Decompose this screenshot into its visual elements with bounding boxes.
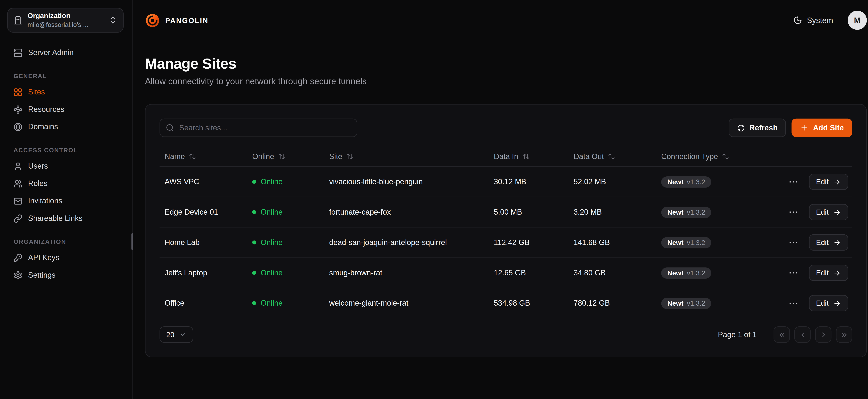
- gear-icon: [13, 271, 23, 280]
- cell-online-status: Online: [247, 299, 324, 307]
- pager-buttons: [774, 327, 852, 343]
- sidebar-item-domains[interactable]: Domains: [4, 118, 128, 135]
- row-menu-button[interactable]: ⋯: [786, 267, 800, 279]
- cell-tunnel-name: vivacious-little-blue-penguin: [324, 178, 489, 186]
- row-menu-button[interactable]: ⋯: [786, 206, 800, 218]
- sidebar-item-sites[interactable]: Sites: [4, 83, 128, 100]
- pagination: 20 Page 1 of 1: [159, 327, 852, 343]
- sidebar-item-server-admin[interactable]: Server Admin: [4, 44, 128, 61]
- search-icon: [166, 124, 174, 132]
- sidebar-item-users[interactable]: Users: [4, 157, 128, 175]
- link-icon: [13, 214, 23, 223]
- cell-site-name: Office: [159, 299, 247, 307]
- org-switcher[interactable]: Organization milo@fossorial.io's ...: [7, 8, 124, 32]
- add-site-button[interactable]: Add Site: [792, 119, 852, 137]
- pangolin-logo-icon: [145, 13, 160, 28]
- nav-section-heading-general: GENERAL: [4, 72, 128, 79]
- column-header-data-out[interactable]: Data Out: [568, 152, 656, 160]
- org-switcher-title: Organization: [28, 12, 103, 21]
- column-header-online[interactable]: Online: [247, 152, 324, 160]
- column-header-name[interactable]: Name: [159, 152, 247, 160]
- connection-type-name: Newt: [667, 178, 683, 185]
- refresh-label: Refresh: [749, 124, 778, 132]
- edit-button[interactable]: Edit: [809, 265, 848, 281]
- connection-type-version: v1.3.2: [687, 209, 705, 215]
- online-status-label: Online: [261, 178, 283, 186]
- search-input[interactable]: [159, 119, 357, 137]
- connection-type-badge: Newt v1.3.2: [661, 267, 711, 278]
- table-header-row: Name Online Site Data In: [159, 146, 852, 167]
- edit-button[interactable]: Edit: [809, 234, 848, 250]
- sidebar-item-settings[interactable]: Settings: [4, 266, 128, 284]
- online-status-dot: [252, 210, 256, 214]
- edit-button[interactable]: Edit: [809, 174, 848, 190]
- globe-icon: [13, 122, 23, 131]
- edit-button[interactable]: Edit: [809, 295, 848, 311]
- online-status-dot: [252, 241, 256, 244]
- cell-data-out: 52.02 MB: [568, 178, 656, 186]
- key-icon: [13, 253, 23, 262]
- row-menu-button[interactable]: ⋯: [786, 297, 800, 309]
- table-row: Edge Device 01 Online fortunate-cape-fox…: [159, 197, 852, 227]
- sidebar-item-resources[interactable]: Resources: [4, 100, 128, 118]
- sidebar-item-label: Sites: [28, 88, 45, 96]
- org-switcher-text: Organization milo@fossorial.io's ...: [28, 12, 103, 29]
- arrow-right-icon: [833, 269, 841, 277]
- edit-label: Edit: [816, 269, 829, 277]
- column-header-connection-type[interactable]: Connection Type: [656, 152, 847, 160]
- online-status-label: Online: [261, 238, 283, 247]
- sort-icon: [522, 153, 529, 160]
- chevron-left-icon: [799, 331, 806, 338]
- avatar[interactable]: M: [848, 10, 867, 30]
- sidebar-item-shareable-links[interactable]: Shareable Links: [4, 210, 128, 227]
- theme-toggle-button[interactable]: System: [790, 15, 837, 25]
- refresh-button[interactable]: Refresh: [728, 119, 786, 137]
- cell-data-out: 3.20 MB: [568, 208, 656, 216]
- cell-site-name: AWS VPC: [159, 178, 247, 186]
- cell-tunnel-name: welcome-giant-mole-rat: [324, 299, 489, 307]
- sites-table: Name Online Site Data In: [159, 146, 852, 318]
- chevron-down-icon: [180, 331, 187, 338]
- page-title: Manage Sites: [145, 55, 867, 72]
- table-row: Jeff's Laptop Online smug-brown-rat 12.6…: [159, 258, 852, 288]
- cell-tunnel-name: dead-san-joaquin-antelope-squirrel: [324, 238, 489, 247]
- chevrons-right-icon: [840, 331, 848, 338]
- first-page-button[interactable]: [774, 327, 790, 343]
- cell-site-name: Edge Device 01: [159, 208, 247, 216]
- table-row: Office Online welcome-giant-mole-rat 534…: [159, 288, 852, 318]
- sort-icon: [608, 153, 615, 160]
- refresh-icon: [737, 124, 745, 132]
- row-menu-button[interactable]: ⋯: [786, 176, 800, 188]
- sidebar-scrollbar-thumb[interactable]: [131, 233, 133, 250]
- cell-actions: ⋯ Edit: [781, 174, 852, 190]
- previous-page-button[interactable]: [795, 327, 811, 343]
- column-header-data-in[interactable]: Data In: [489, 152, 568, 160]
- moon-icon: [793, 16, 802, 25]
- sidebar-item-label: Shareable Links: [28, 214, 83, 223]
- users-icon: [13, 179, 23, 188]
- page-subtitle: Allow connectivity to your network throu…: [145, 76, 867, 87]
- last-page-button[interactable]: [836, 327, 852, 343]
- next-page-button[interactable]: [815, 327, 831, 343]
- online-status-label: Online: [261, 299, 283, 307]
- connection-type-version: v1.3.2: [687, 239, 705, 246]
- arrow-right-icon: [833, 239, 841, 246]
- card-toolbar: Refresh Add Site: [159, 119, 852, 137]
- sidebar-item-invitations[interactable]: Invitations: [4, 192, 128, 210]
- sidebar-item-label: Settings: [28, 271, 56, 279]
- online-status-label: Online: [261, 269, 283, 277]
- topbar: PANGOLIN System M: [133, 0, 868, 40]
- sidebar-item-label: API Keys: [28, 253, 59, 262]
- brand-name: PANGOLIN: [165, 16, 209, 25]
- sidebar-item-roles[interactable]: Roles: [4, 175, 128, 192]
- cell-connection-type: Newt v1.3.2: [656, 176, 781, 187]
- page-size-select[interactable]: 20: [159, 327, 193, 343]
- brand: PANGOLIN: [145, 13, 209, 28]
- online-status-dot: [252, 180, 256, 184]
- edit-label: Edit: [816, 208, 829, 216]
- row-menu-button[interactable]: ⋯: [786, 237, 800, 248]
- edit-button[interactable]: Edit: [809, 204, 848, 220]
- sidebar-item-api-keys[interactable]: API Keys: [4, 249, 128, 266]
- column-header-site[interactable]: Site: [324, 152, 489, 160]
- page-info: Page 1 of 1: [718, 330, 756, 339]
